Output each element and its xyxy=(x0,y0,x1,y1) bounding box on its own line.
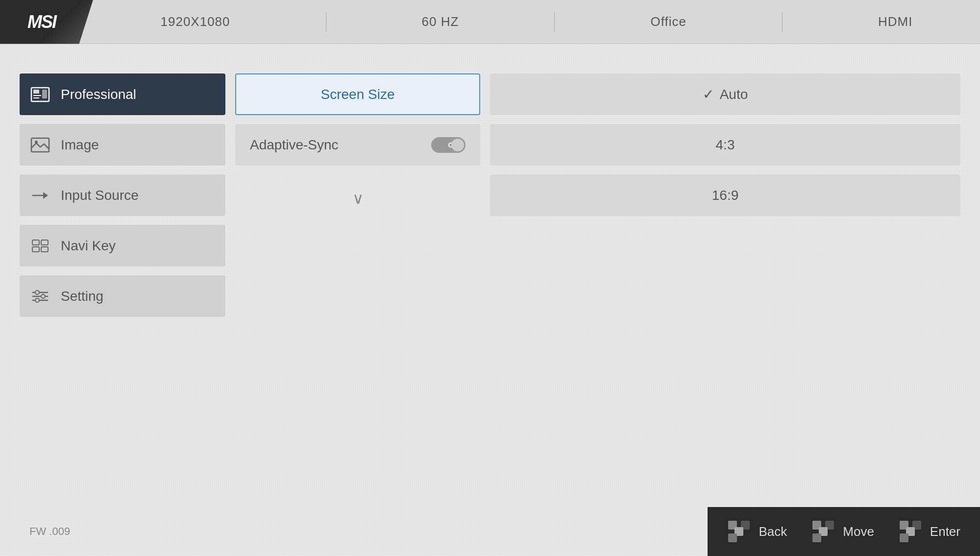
move-icon xyxy=(811,520,835,543)
svg-point-17 xyxy=(41,294,45,298)
image-icon xyxy=(29,134,51,156)
auto-label: Auto xyxy=(720,87,748,102)
right-column: ✓ Auto 4:3 16:9 xyxy=(490,73,960,317)
enter-label: Enter xyxy=(930,524,960,539)
menu-item-screen-size[interactable]: Screen Size xyxy=(235,73,480,115)
enter-button[interactable]: Enter xyxy=(899,520,960,543)
footer: FW .009 Back Mo xyxy=(0,507,980,556)
svg-rect-26 xyxy=(812,533,821,542)
header-divider-1 xyxy=(326,12,326,32)
aspect-16-9-label: 16:9 xyxy=(712,188,739,203)
menu-item-adaptive-sync[interactable]: Adaptive-Sync OFF xyxy=(235,124,480,166)
check-mark-auto: ✓ xyxy=(703,86,714,102)
svg-point-16 xyxy=(35,290,39,294)
refresh-rate-label: 60 HZ xyxy=(422,14,459,29)
sidebar-item-setting[interactable]: Setting xyxy=(20,275,225,317)
professional-icon xyxy=(29,84,51,105)
sidebar-navi-key-label: Navi Key xyxy=(61,238,116,254)
header-divider-2 xyxy=(554,12,555,32)
svg-rect-11 xyxy=(32,247,39,252)
resolution-label: 1920X1080 xyxy=(161,14,230,29)
move-label: Move xyxy=(843,524,874,539)
svg-point-18 xyxy=(35,298,39,302)
right-item-4-3[interactable]: 4:3 xyxy=(490,124,960,166)
sidebar: Professional Image Input Source xyxy=(20,73,225,317)
svg-marker-8 xyxy=(43,192,48,199)
back-icon xyxy=(727,520,751,543)
input-source-icon xyxy=(29,185,51,206)
sidebar-item-image[interactable]: Image xyxy=(20,124,225,166)
input-label: HDMI xyxy=(878,14,912,29)
aspect-4-3-label: 4:3 xyxy=(716,137,735,153)
screen-size-label: Screen Size xyxy=(321,87,395,102)
header-divider-3 xyxy=(782,12,783,32)
enter-icon xyxy=(899,520,922,543)
sidebar-item-professional[interactable]: Professional xyxy=(20,73,225,115)
chevron-down-area: ∨ xyxy=(235,189,480,208)
header: MSI 1920X1080 60 HZ Office HDMI xyxy=(0,0,980,44)
sidebar-item-input-source[interactable]: Input Source xyxy=(20,174,225,216)
svg-rect-10 xyxy=(41,240,48,245)
right-item-auto[interactable]: ✓ Auto xyxy=(490,73,960,115)
sidebar-setting-label: Setting xyxy=(61,289,103,304)
svg-rect-12 xyxy=(41,247,48,252)
move-button[interactable]: Move xyxy=(811,520,874,543)
sidebar-item-navi-key[interactable]: Navi Key xyxy=(20,225,225,266)
adaptive-sync-toggle[interactable]: OFF xyxy=(431,137,466,153)
middle-column: Screen Size Adaptive-Sync OFF ∨ xyxy=(235,73,480,317)
sidebar-image-label: Image xyxy=(61,137,99,153)
navi-key-icon xyxy=(29,235,51,257)
mode-label: Office xyxy=(650,14,686,29)
logo-area: MSI xyxy=(0,0,93,44)
svg-rect-30 xyxy=(900,533,908,542)
msi-logo: MSI xyxy=(27,12,66,32)
sidebar-input-source-label: Input Source xyxy=(61,188,139,203)
main-content: Professional Image Input Source xyxy=(0,44,980,327)
svg-point-6 xyxy=(35,141,38,144)
right-item-16-9[interactable]: 16:9 xyxy=(490,174,960,216)
header-info: 1920X1080 60 HZ Office HDMI xyxy=(93,12,980,32)
footer-controls: Back Move Ente xyxy=(708,507,980,556)
chevron-down-icon: ∨ xyxy=(352,189,364,208)
svg-rect-22 xyxy=(728,533,737,542)
adaptive-sync-label: Adaptive-Sync xyxy=(250,137,339,153)
firmware-version: FW .009 xyxy=(29,525,70,538)
svg-rect-9 xyxy=(32,240,39,245)
setting-icon xyxy=(29,286,51,307)
toggle-knob xyxy=(451,139,464,151)
svg-rect-4 xyxy=(42,90,47,98)
back-button[interactable]: Back xyxy=(727,520,787,543)
svg-rect-1 xyxy=(33,90,39,94)
back-label: Back xyxy=(759,524,787,539)
sidebar-professional-label: Professional xyxy=(61,87,136,102)
